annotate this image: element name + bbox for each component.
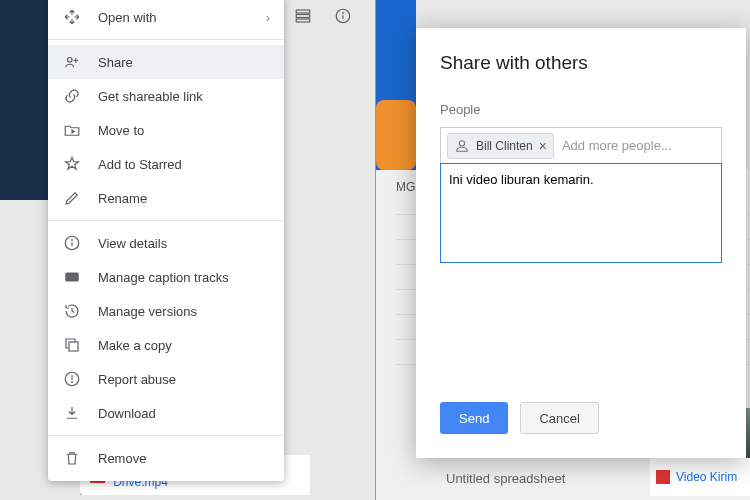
left-panel: Video Kirim Lewat Google Drive.mp4 Open … [0,0,375,500]
menu-caption-tracks[interactable]: CC Manage caption tracks [48,260,284,294]
move-icon [62,120,82,140]
svg-rect-0 [296,10,310,13]
video-file-icon [656,470,670,484]
people-input[interactable]: Bill Clinten × Add more people... [440,127,722,163]
dialog-title: Share with others [440,52,722,74]
toolbar-icons [293,6,353,26]
svg-point-6 [68,58,73,63]
file-card-right[interactable]: Video Kirim [650,458,750,496]
list-view-icon[interactable] [293,6,313,26]
menu-label: Get shareable link [98,89,270,104]
message-input[interactable] [440,163,722,263]
menu-label: Manage versions [98,304,270,319]
menu-separator [48,39,284,40]
svg-point-18 [459,140,464,145]
menu-move-to[interactable]: Move to [48,113,284,147]
menu-view-details[interactable]: View details [48,226,284,260]
bg-orange-tile [376,100,416,170]
menu-download[interactable]: Download [48,396,284,430]
context-menu: Open with › Share Get shareable link Mov… [48,0,284,481]
share-icon [62,52,82,72]
file-name-right: Video Kirim [676,470,737,484]
info-icon [62,233,82,253]
svg-point-5 [343,13,344,14]
copy-icon [62,335,82,355]
chip-remove-icon[interactable]: × [539,138,547,154]
add-people-placeholder: Add more people... [562,138,672,153]
svg-rect-14 [69,342,78,351]
open-with-icon [62,7,82,27]
rename-icon [62,188,82,208]
menu-share[interactable]: Share [48,45,284,79]
link-icon [62,86,82,106]
menu-label: Remove [98,451,270,466]
person-chip[interactable]: Bill Clinten × [447,133,554,159]
svg-rect-1 [296,15,310,18]
send-button[interactable]: Send [440,402,508,434]
info-icon[interactable] [333,6,353,26]
history-icon [62,301,82,321]
svg-point-11 [72,240,73,241]
menu-label: Report abuse [98,372,270,387]
people-label: People [440,102,722,117]
spreadsheet-label: Untitled spreadsheet [446,471,565,486]
share-dialog: Share with others People Bill Clinten × … [416,28,746,458]
right-panel: MG- Video Kirim Untitled spreadsheet Sha… [375,0,750,500]
menu-rename[interactable]: Rename [48,181,284,215]
cancel-button[interactable]: Cancel [520,402,598,434]
menu-add-starred[interactable]: Add to Starred [48,147,284,181]
svg-text:CC: CC [68,274,76,280]
menu-label: Manage caption tracks [98,270,270,285]
menu-label: View details [98,236,270,251]
chevron-right-icon: › [266,10,270,25]
menu-remove[interactable]: Remove [48,441,284,475]
menu-separator [48,435,284,436]
menu-make-copy[interactable]: Make a copy [48,328,284,362]
report-icon [62,369,82,389]
person-icon [454,138,470,154]
menu-report-abuse[interactable]: Report abuse [48,362,284,396]
trash-icon [62,448,82,468]
menu-get-link[interactable]: Get shareable link [48,79,284,113]
svg-rect-2 [296,19,310,22]
menu-label: Download [98,406,270,421]
menu-separator [48,220,284,221]
dialog-buttons: Send Cancel [440,402,599,434]
cc-icon: CC [62,267,82,287]
menu-label: Share [98,55,270,70]
svg-point-17 [72,382,73,383]
menu-open-with[interactable]: Open with › [48,0,284,34]
menu-label: Make a copy [98,338,270,353]
menu-label: Move to [98,123,270,138]
star-icon [62,154,82,174]
menu-label: Open with [98,10,266,25]
menu-label: Add to Starred [98,157,270,172]
menu-manage-versions[interactable]: Manage versions [48,294,284,328]
menu-label: Rename [98,191,270,206]
download-icon [62,403,82,423]
chip-name: Bill Clinten [476,139,533,153]
